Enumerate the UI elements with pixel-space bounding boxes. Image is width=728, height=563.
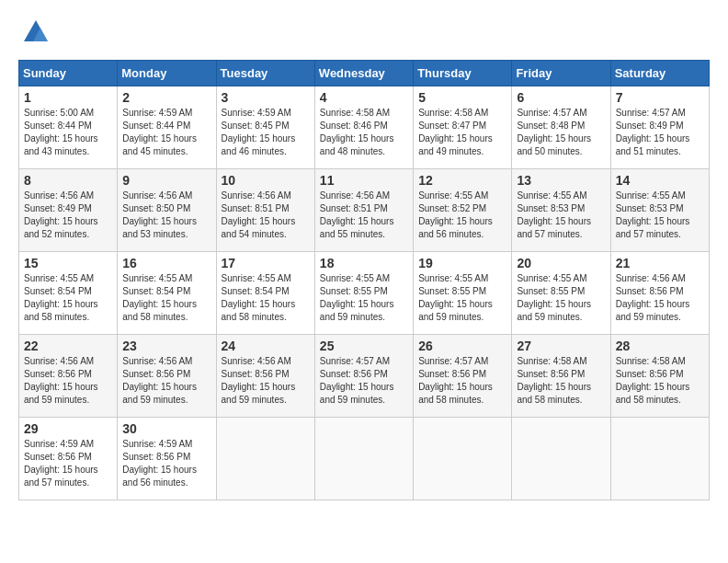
day-info: Sunrise: 4:56 AMSunset: 8:56 PMDaylight:… bbox=[222, 356, 296, 405]
day-info: Sunrise: 4:55 AMSunset: 8:54 PMDaylight:… bbox=[24, 273, 98, 322]
calendar-cell: 20 Sunrise: 4:55 AMSunset: 8:55 PMDaylig… bbox=[512, 252, 610, 335]
day-number: 6 bbox=[517, 90, 605, 105]
calendar-cell bbox=[216, 418, 314, 500]
day-number: 17 bbox=[222, 256, 310, 270]
calendar-cell: 21 Sunrise: 4:56 AMSunset: 8:56 PMDaylig… bbox=[610, 252, 709, 335]
calendar-cell: 24 Sunrise: 4:56 AMSunset: 8:56 PMDaylig… bbox=[216, 335, 314, 418]
day-number: 16 bbox=[122, 256, 210, 270]
calendar-week-1: 1 Sunrise: 5:00 AMSunset: 8:44 PMDayligh… bbox=[19, 86, 710, 169]
day-number: 23 bbox=[122, 339, 210, 353]
day-header-friday: Friday bbox=[512, 61, 610, 86]
day-info: Sunrise: 4:56 AMSunset: 8:56 PMDaylight:… bbox=[616, 273, 690, 322]
day-info: Sunrise: 4:57 AMSunset: 8:49 PMDaylight:… bbox=[616, 108, 690, 156]
calendar-cell: 26 Sunrise: 4:57 AMSunset: 8:56 PMDaylig… bbox=[414, 335, 512, 418]
day-number: 4 bbox=[320, 90, 408, 105]
calendar-cell: 4 Sunrise: 4:58 AMSunset: 8:46 PMDayligh… bbox=[314, 86, 413, 169]
day-info: Sunrise: 4:56 AMSunset: 8:50 PMDaylight:… bbox=[122, 190, 197, 239]
calendar-cell: 2 Sunrise: 4:59 AMSunset: 8:44 PMDayligh… bbox=[118, 86, 216, 169]
calendar-cell: 8 Sunrise: 4:56 AMSunset: 8:49 PMDayligh… bbox=[19, 169, 118, 252]
calendar-cell: 28 Sunrise: 4:58 AMSunset: 8:56 PMDaylig… bbox=[610, 335, 709, 418]
day-info: Sunrise: 4:58 AMSunset: 8:47 PMDaylight:… bbox=[418, 108, 493, 156]
day-number: 11 bbox=[320, 173, 408, 188]
calendar-week-2: 8 Sunrise: 4:56 AMSunset: 8:49 PMDayligh… bbox=[19, 169, 710, 252]
day-number: 1 bbox=[24, 90, 112, 105]
calendar-cell: 30 Sunrise: 4:59 AMSunset: 8:56 PMDaylig… bbox=[118, 418, 216, 500]
calendar-header-row: SundayMondayTuesdayWednesdayThursdayFrid… bbox=[19, 61, 710, 86]
calendar-cell: 16 Sunrise: 4:55 AMSunset: 8:54 PMDaylig… bbox=[118, 252, 216, 335]
day-number: 14 bbox=[616, 173, 704, 188]
calendar-cell: 19 Sunrise: 4:55 AMSunset: 8:55 PMDaylig… bbox=[414, 252, 512, 335]
calendar-cell: 3 Sunrise: 4:59 AMSunset: 8:45 PMDayligh… bbox=[216, 86, 314, 169]
calendar-cell bbox=[512, 418, 610, 500]
day-info: Sunrise: 4:58 AMSunset: 8:56 PMDaylight:… bbox=[616, 356, 690, 405]
day-info: Sunrise: 4:59 AMSunset: 8:44 PMDaylight:… bbox=[122, 108, 197, 156]
calendar-cell: 22 Sunrise: 4:56 AMSunset: 8:56 PMDaylig… bbox=[19, 335, 118, 418]
day-number: 3 bbox=[222, 90, 310, 105]
day-number: 8 bbox=[24, 173, 112, 188]
calendar-cell: 15 Sunrise: 4:55 AMSunset: 8:54 PMDaylig… bbox=[19, 252, 118, 335]
day-info: Sunrise: 4:55 AMSunset: 8:55 PMDaylight:… bbox=[320, 273, 394, 322]
day-number: 10 bbox=[222, 173, 310, 188]
day-number: 13 bbox=[517, 173, 605, 188]
logo-icon bbox=[22, 18, 50, 46]
calendar-cell: 27 Sunrise: 4:58 AMSunset: 8:56 PMDaylig… bbox=[512, 335, 610, 418]
day-number: 9 bbox=[122, 173, 210, 188]
day-info: Sunrise: 4:57 AMSunset: 8:56 PMDaylight:… bbox=[418, 356, 493, 405]
day-number: 28 bbox=[616, 339, 704, 353]
day-number: 5 bbox=[418, 90, 506, 105]
calendar-cell: 13 Sunrise: 4:55 AMSunset: 8:53 PMDaylig… bbox=[512, 169, 610, 252]
day-info: Sunrise: 5:00 AMSunset: 8:44 PMDaylight:… bbox=[24, 108, 98, 156]
day-number: 20 bbox=[517, 256, 605, 270]
calendar-cell: 23 Sunrise: 4:56 AMSunset: 8:56 PMDaylig… bbox=[118, 335, 216, 418]
day-number: 15 bbox=[24, 256, 112, 270]
calendar-cell bbox=[414, 418, 512, 500]
day-header-wednesday: Wednesday bbox=[314, 61, 413, 86]
day-number: 18 bbox=[320, 256, 408, 270]
day-info: Sunrise: 4:55 AMSunset: 8:52 PMDaylight:… bbox=[418, 190, 493, 239]
calendar-cell: 10 Sunrise: 4:56 AMSunset: 8:51 PMDaylig… bbox=[216, 169, 314, 252]
header bbox=[18, 18, 710, 51]
day-header-saturday: Saturday bbox=[610, 61, 709, 86]
day-info: Sunrise: 4:58 AMSunset: 8:46 PMDaylight:… bbox=[320, 108, 394, 156]
day-number: 27 bbox=[517, 339, 605, 353]
calendar-week-3: 15 Sunrise: 4:55 AMSunset: 8:54 PMDaylig… bbox=[19, 252, 710, 335]
calendar-cell: 14 Sunrise: 4:55 AMSunset: 8:53 PMDaylig… bbox=[610, 169, 709, 252]
calendar-week-4: 22 Sunrise: 4:56 AMSunset: 8:56 PMDaylig… bbox=[19, 335, 710, 418]
day-number: 7 bbox=[616, 90, 704, 105]
day-info: Sunrise: 4:56 AMSunset: 8:51 PMDaylight:… bbox=[320, 190, 394, 239]
day-info: Sunrise: 4:55 AMSunset: 8:54 PMDaylight:… bbox=[122, 273, 197, 322]
day-number: 30 bbox=[122, 421, 210, 436]
day-number: 19 bbox=[418, 256, 506, 270]
day-info: Sunrise: 4:56 AMSunset: 8:56 PMDaylight:… bbox=[122, 356, 197, 405]
day-number: 2 bbox=[122, 90, 210, 105]
calendar-cell bbox=[314, 418, 413, 500]
day-info: Sunrise: 4:55 AMSunset: 8:54 PMDaylight:… bbox=[222, 273, 296, 322]
day-number: 25 bbox=[320, 339, 408, 353]
calendar-cell: 29 Sunrise: 4:59 AMSunset: 8:56 PMDaylig… bbox=[19, 418, 118, 500]
calendar-cell: 12 Sunrise: 4:55 AMSunset: 8:52 PMDaylig… bbox=[414, 169, 512, 252]
day-header-sunday: Sunday bbox=[19, 61, 118, 86]
day-number: 21 bbox=[616, 256, 704, 270]
day-number: 26 bbox=[418, 339, 506, 353]
day-header-tuesday: Tuesday bbox=[216, 61, 314, 86]
calendar-cell: 6 Sunrise: 4:57 AMSunset: 8:48 PMDayligh… bbox=[512, 86, 610, 169]
day-info: Sunrise: 4:55 AMSunset: 8:53 PMDaylight:… bbox=[616, 190, 690, 239]
day-info: Sunrise: 4:59 AMSunset: 8:56 PMDaylight:… bbox=[122, 439, 197, 488]
day-info: Sunrise: 4:56 AMSunset: 8:51 PMDaylight:… bbox=[222, 190, 296, 239]
day-number: 24 bbox=[222, 339, 310, 353]
calendar-cell: 11 Sunrise: 4:56 AMSunset: 8:51 PMDaylig… bbox=[314, 169, 413, 252]
calendar-week-5: 29 Sunrise: 4:59 AMSunset: 8:56 PMDaylig… bbox=[19, 418, 710, 500]
calendar-cell: 5 Sunrise: 4:58 AMSunset: 8:47 PMDayligh… bbox=[414, 86, 512, 169]
day-info: Sunrise: 4:56 AMSunset: 8:56 PMDaylight:… bbox=[24, 356, 98, 405]
day-info: Sunrise: 4:55 AMSunset: 8:53 PMDaylight:… bbox=[517, 190, 591, 239]
day-info: Sunrise: 4:55 AMSunset: 8:55 PMDaylight:… bbox=[517, 273, 591, 322]
day-number: 22 bbox=[24, 339, 112, 353]
day-number: 12 bbox=[418, 173, 506, 188]
day-info: Sunrise: 4:59 AMSunset: 8:45 PMDaylight:… bbox=[222, 108, 296, 156]
day-info: Sunrise: 4:56 AMSunset: 8:49 PMDaylight:… bbox=[24, 190, 98, 239]
calendar-cell: 18 Sunrise: 4:55 AMSunset: 8:55 PMDaylig… bbox=[314, 252, 413, 335]
calendar-cell: 9 Sunrise: 4:56 AMSunset: 8:50 PMDayligh… bbox=[118, 169, 216, 252]
day-number: 29 bbox=[24, 421, 112, 436]
calendar: SundayMondayTuesdayWednesdayThursdayFrid… bbox=[18, 60, 710, 500]
day-info: Sunrise: 4:55 AMSunset: 8:55 PMDaylight:… bbox=[418, 273, 493, 322]
